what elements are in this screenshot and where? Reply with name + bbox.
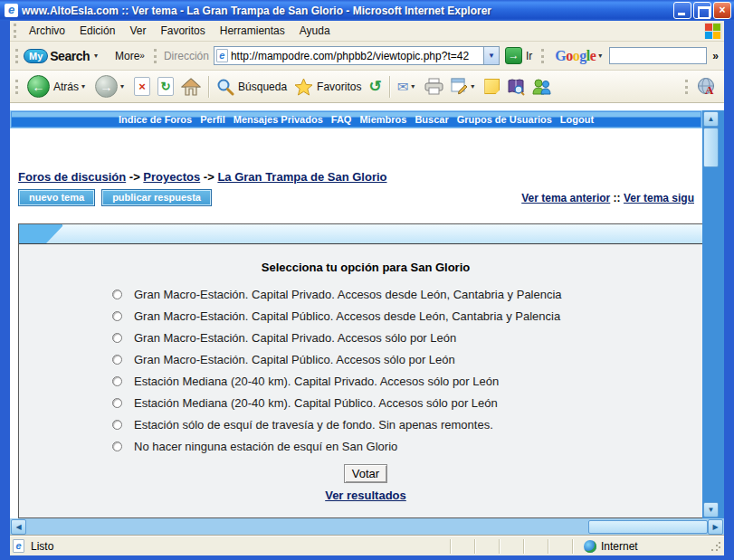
- forum-nav-faq[interactable]: FAQ: [331, 114, 352, 125]
- horizontal-scrollbar[interactable]: ◀ ▶: [10, 518, 724, 536]
- search-button[interactable]: Búsqueda: [213, 76, 291, 98]
- edit-button[interactable]: ▾: [447, 76, 481, 97]
- print-button[interactable]: [421, 76, 447, 97]
- toolbar-overflow-chevron-icon[interactable]: »: [710, 50, 720, 62]
- radio-button[interactable]: [112, 311, 122, 321]
- radio-button[interactable]: [112, 355, 122, 365]
- poll-option-row[interactable]: Estación sólo de esquí de travesía y de …: [112, 413, 619, 435]
- edit-dropdown-icon[interactable]: ▾: [471, 82, 474, 90]
- google-dropdown-icon[interactable]: ▾: [598, 52, 602, 60]
- home-icon: [181, 78, 201, 96]
- next-topic-link[interactable]: Ver tema sigu: [624, 192, 694, 204]
- poll-option-row[interactable]: No hacer ninguna estación de esquí en Sa…: [112, 435, 619, 457]
- vote-button[interactable]: Votar: [344, 464, 387, 483]
- messenger-note-button[interactable]: [481, 77, 503, 96]
- new-topic-button[interactable]: nuevo tema: [18, 189, 95, 206]
- address-input[interactable]: e http://mampodre.com/phpbb2/viewtopic.p…: [214, 46, 500, 65]
- home-button[interactable]: [177, 76, 205, 98]
- refresh-button[interactable]: ↻: [154, 75, 177, 98]
- scroll-left-button[interactable]: ◀: [11, 519, 26, 535]
- minimize-button[interactable]: [673, 2, 691, 19]
- browser-window: e www.AltoEsla.com :: Ver tema - La Gran…: [0, 0, 734, 560]
- poll-option-row[interactable]: Gran Macro-Estación. Capital Público. Ac…: [112, 305, 619, 327]
- menu-edicion[interactable]: Edición: [72, 22, 122, 40]
- menu-ayuda[interactable]: Ayuda: [292, 22, 338, 40]
- mysearch-dropdown-icon[interactable]: ▾: [94, 52, 98, 60]
- forward-button[interactable]: → ▾: [91, 73, 130, 100]
- toolbar-drag-handle[interactable]: [15, 80, 20, 94]
- menu-archivo[interactable]: Archivo: [22, 22, 72, 40]
- poll-option-label[interactable]: Estación Mediana (20-40 km). Capital Púb…: [134, 396, 498, 410]
- mysearch-logo-icon[interactable]: My: [24, 49, 48, 63]
- poll-option-label[interactable]: Gran Macro-Estación. Capital Público. Ac…: [134, 353, 455, 366]
- go-button[interactable]: →: [505, 47, 522, 64]
- go-label[interactable]: Ir: [526, 50, 532, 62]
- mail-button[interactable]: ✉ ▾: [394, 77, 422, 97]
- radio-button[interactable]: [112, 420, 122, 430]
- forum-nav-miembros[interactable]: Miembros: [359, 114, 406, 125]
- resize-grip[interactable]: [710, 540, 721, 552]
- vertical-scroll-thumb[interactable]: [703, 128, 719, 167]
- adobe-pdf-button[interactable]: A: [693, 75, 720, 98]
- forum-nav-perfil[interactable]: Perfil: [200, 114, 225, 125]
- prev-topic-link[interactable]: Ver tema anterior: [521, 192, 610, 204]
- forum-nav-mensajes[interactable]: Mensajes Privados: [234, 114, 323, 125]
- radio-button[interactable]: [112, 398, 122, 408]
- back-button[interactable]: ← Atrás ▾: [24, 73, 91, 100]
- google-logo[interactable]: Google: [555, 48, 596, 64]
- forum-nav-logout[interactable]: Logout: [560, 114, 594, 125]
- forum-nav-indice[interactable]: Indice de Foros: [119, 114, 192, 125]
- research-button[interactable]: [503, 76, 529, 98]
- forum-nav-buscar[interactable]: Buscar: [415, 114, 448, 125]
- toolbar-drag-handle[interactable]: [685, 80, 690, 94]
- post-reply-button[interactable]: publicar respuesta: [101, 189, 212, 206]
- poll-option-row[interactable]: Estación Mediana (20-40 km). Capital Pri…: [112, 370, 619, 392]
- mail-dropdown-icon[interactable]: ▾: [411, 82, 415, 90]
- forum-nav-grupos[interactable]: Grupos de Usuarios: [457, 114, 552, 125]
- radio-button[interactable]: [112, 441, 122, 451]
- poll-option-label[interactable]: Estación sólo de esquí de travesía y de …: [134, 418, 493, 432]
- toolbar-drag-handle[interactable]: [154, 49, 158, 63]
- breadcrumb-separator: ->: [129, 170, 140, 184]
- view-results-link[interactable]: Ver resultados: [325, 489, 406, 502]
- mysearch-label[interactable]: Search: [50, 49, 90, 63]
- toolbar-drag-handle[interactable]: [14, 24, 18, 38]
- mysearch-more-button[interactable]: More: [115, 50, 139, 62]
- poll-option-row[interactable]: Gran Macro-Estación. Capital Público. Ac…: [112, 348, 619, 370]
- menu-favoritos[interactable]: Favoritos: [153, 22, 212, 40]
- google-search-input[interactable]: [609, 47, 707, 64]
- poll-option-label[interactable]: No hacer ninguna estación de esquí en Sa…: [134, 440, 397, 453]
- radio-button[interactable]: [112, 376, 122, 386]
- address-dropdown-button[interactable]: ▼: [483, 47, 499, 64]
- vertical-scrollbar[interactable]: ▲ ▼: [702, 110, 724, 518]
- poll-option-row[interactable]: Estación Mediana (20-40 km). Capital Púb…: [112, 392, 619, 413]
- breadcrumb-link-topic[interactable]: La Gran Trampa de San Glorio: [217, 170, 386, 184]
- history-button[interactable]: ↺: [365, 75, 385, 98]
- poll-option-label[interactable]: Gran Macro-Estación. Capital Público. Ac…: [134, 309, 560, 323]
- favorites-button[interactable]: Favoritos: [291, 76, 365, 98]
- address-url[interactable]: http://mampodre.com/phpbb2/viewtopic.php…: [231, 50, 483, 62]
- radio-button[interactable]: [112, 333, 122, 343]
- scroll-up-button[interactable]: ▲: [703, 111, 719, 127]
- poll-option-label[interactable]: Gran Macro-Estación. Capital Privado. Ac…: [134, 288, 562, 301]
- toolbar-drag-handle[interactable]: [15, 49, 20, 63]
- breadcrumb-link-foros[interactable]: Foros de discusión: [18, 170, 126, 184]
- poll-option-row[interactable]: Gran Macro-Estación. Capital Privado. Ac…: [112, 283, 619, 305]
- stop-button[interactable]: ×: [130, 75, 154, 98]
- breadcrumb-link-proyectos[interactable]: Proyectos: [143, 170, 200, 184]
- poll-option-label[interactable]: Estación Mediana (20-40 km). Capital Pri…: [134, 375, 499, 388]
- radio-button[interactable]: [112, 289, 122, 299]
- menu-ver[interactable]: Ver: [122, 22, 153, 40]
- menu-herramientas[interactable]: Herramientas: [213, 22, 292, 40]
- back-dropdown-icon[interactable]: ▾: [81, 82, 85, 90]
- maximize-button[interactable]: [693, 2, 711, 19]
- messenger-button[interactable]: [529, 76, 555, 98]
- address-label: Dirección: [164, 50, 209, 62]
- toolbar-drag-handle[interactable]: [541, 49, 546, 63]
- scroll-right-button[interactable]: ▶: [708, 519, 723, 535]
- scroll-down-button[interactable]: ▼: [703, 502, 719, 517]
- poll-option-label[interactable]: Gran Macro-Estación. Capital Privado. Ac…: [134, 331, 456, 345]
- poll-option-row[interactable]: Gran Macro-Estación. Capital Privado. Ac…: [112, 327, 619, 348]
- close-button[interactable]: ×: [713, 2, 731, 19]
- horizontal-scroll-thumb[interactable]: [588, 520, 708, 534]
